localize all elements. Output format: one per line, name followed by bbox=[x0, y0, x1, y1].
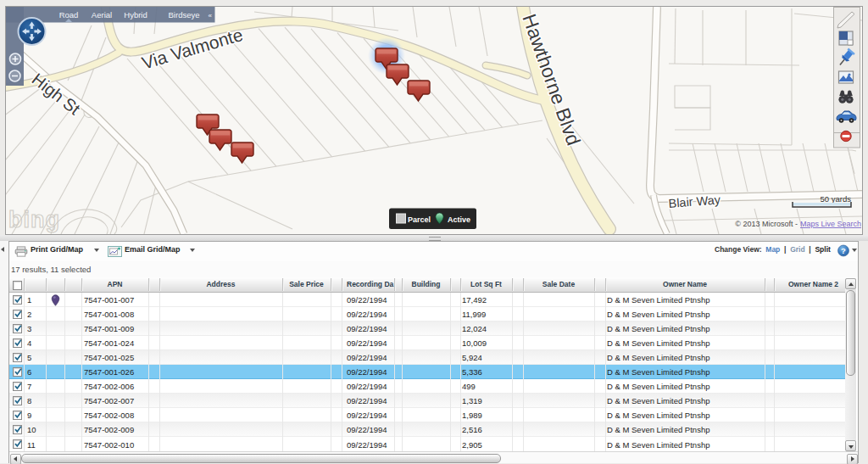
svg-text:© 2013 Microsoft -: © 2013 Microsoft - bbox=[735, 220, 798, 228]
svg-text:Aerial: Aerial bbox=[92, 10, 112, 20]
svg-text:bing: bing bbox=[8, 207, 60, 232]
svg-text:Road: Road bbox=[59, 10, 79, 20]
svg-text:Hybrid: Hybrid bbox=[124, 10, 147, 20]
svg-text:Maps Live Search: Maps Live Search bbox=[800, 220, 861, 228]
svg-text:50 yards: 50 yards bbox=[821, 194, 852, 204]
svg-text:Parcel: Parcel bbox=[408, 215, 431, 224]
svg-text:Active: Active bbox=[448, 215, 470, 224]
svg-text:«: « bbox=[209, 12, 213, 20]
svg-text:Birdseye: Birdseye bbox=[169, 10, 200, 20]
svg-text:?: ? bbox=[841, 246, 846, 255]
